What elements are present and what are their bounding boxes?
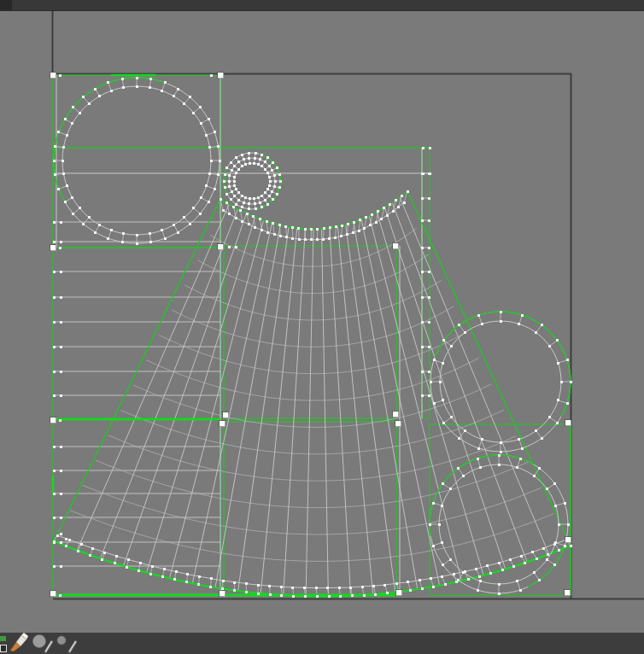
eraser-small-icon[interactable] — [56, 635, 67, 645]
uv-point-handle[interactable] — [50, 418, 56, 423]
uv-point-handle[interactable] — [220, 591, 225, 597]
tool-bar — [0, 633, 644, 654]
uv-point-handle[interactable] — [395, 421, 401, 427]
uv-point-handle[interactable] — [50, 245, 56, 251]
uv-point-handle[interactable] — [396, 590, 402, 596]
uv-point-handle[interactable] — [565, 420, 571, 426]
knife-2-icon[interactable] — [67, 637, 80, 654]
paint-brush-icon[interactable] — [9, 631, 30, 653]
knife-icon[interactable] — [43, 637, 56, 654]
uv-point-handle[interactable] — [218, 244, 224, 250]
uv-point-handle[interactable] — [223, 412, 229, 418]
uv-point-handle[interactable] — [218, 73, 224, 79]
uv-editor-window — [0, 0, 644, 654]
uv-point-handle[interactable] — [393, 243, 399, 249]
uv-point-handle[interactable] — [565, 537, 571, 543]
uv-point-handle[interactable] — [220, 421, 225, 427]
uv-point-handle[interactable] — [50, 591, 56, 597]
uv-canvas[interactable] — [0, 0, 644, 654]
uv-point-handle[interactable] — [565, 590, 571, 596]
color-swatches-icon[interactable] — [0, 635, 9, 654]
uv-point-handle[interactable] — [50, 73, 56, 79]
uv-point-handle[interactable] — [393, 412, 399, 418]
